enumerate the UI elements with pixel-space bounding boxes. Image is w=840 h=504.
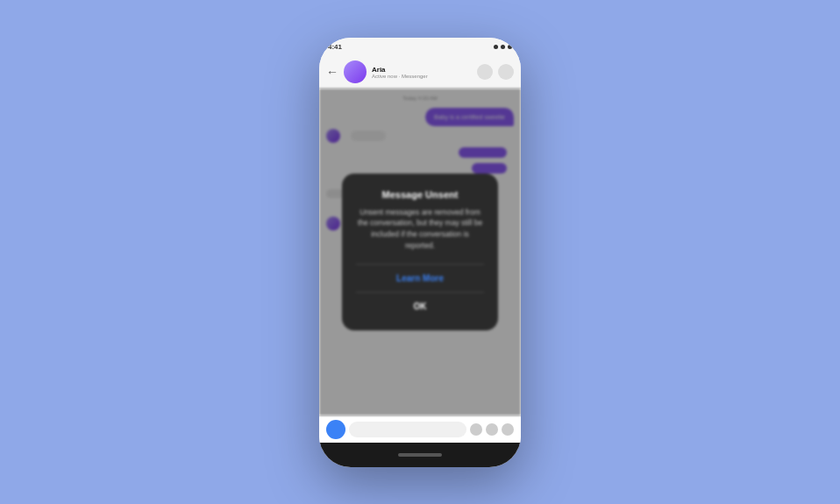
bottom-action-icons: [470, 423, 514, 436]
info-icon[interactable]: [498, 64, 514, 80]
image-icon[interactable]: [486, 423, 498, 436]
user-avatar: [326, 420, 345, 439]
contact-info: Aria Active now · Messenger: [372, 66, 472, 79]
battery-icon: [508, 45, 512, 49]
modal-title: Message Unsent: [382, 189, 459, 200]
nav-icons: [477, 64, 514, 80]
home-indicator: [398, 453, 442, 457]
phone-frame: 4:41 ← Aria Active now · Messenger Today…: [319, 38, 521, 467]
wifi-icon: [501, 45, 505, 49]
back-button[interactable]: ←: [326, 65, 338, 79]
modal-overlay: Message Unsent Unsent messages are remov…: [319, 89, 521, 415]
bottom-input-bar: [319, 415, 521, 443]
chat-area: Today 4:33 AM Baby is a certified sweeti…: [319, 89, 521, 415]
modal-body: Unsent messages are removed from the con…: [356, 207, 484, 252]
modal-box: Message Unsent Unsent messages are remov…: [342, 174, 498, 330]
signal-icon: [494, 45, 498, 49]
contact-avatar: [344, 60, 367, 83]
contact-status: Active now · Messenger: [372, 74, 472, 79]
message-input[interactable]: [349, 422, 466, 437]
status-icons: [494, 45, 512, 49]
video-call-icon[interactable]: [477, 64, 493, 80]
contact-name: Aria: [372, 66, 472, 74]
status-bar: 4:41: [319, 38, 521, 57]
ok-button[interactable]: OK: [356, 293, 484, 320]
top-nav: ← Aria Active now · Messenger: [319, 57, 521, 89]
learn-more-button[interactable]: Learn More: [356, 265, 484, 292]
camera-icon[interactable]: [470, 423, 482, 436]
mic-icon[interactable]: [502, 423, 514, 436]
status-time: 4:41: [328, 43, 342, 51]
home-bar: [319, 443, 521, 467]
